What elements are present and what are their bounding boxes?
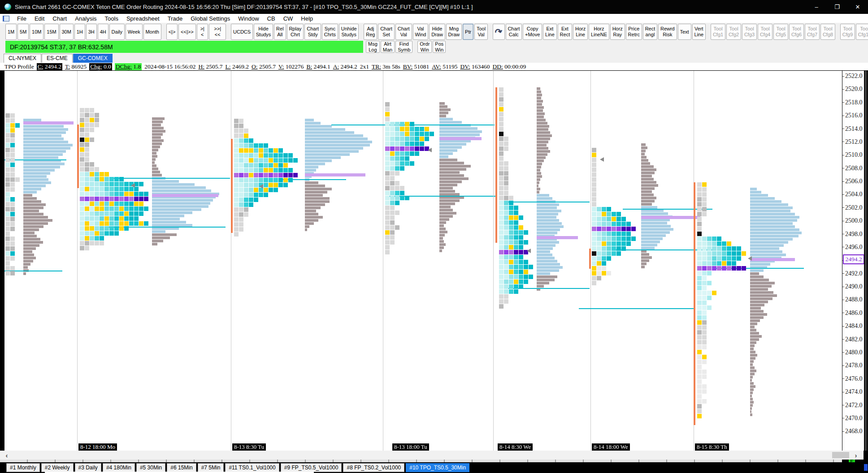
toolbar-button-tool-val[interactable]: Tool Val bbox=[474, 24, 488, 40]
toolbar-button-5m[interactable]: 5M bbox=[17, 24, 29, 40]
toolbar-button-horz-line[interactable]: Horz Line bbox=[573, 24, 588, 40]
toolbar-button-horz-ray[interactable]: Horz Ray bbox=[610, 24, 625, 40]
toolbar-button-rel-all[interactable]: Rel All bbox=[274, 24, 286, 40]
toolbar-button-ucdcs[interactable]: UCDCS bbox=[231, 24, 253, 40]
menu-global-settings[interactable]: Global Settings bbox=[187, 15, 234, 22]
menu-chart[interactable]: Chart bbox=[48, 15, 71, 22]
chart-window-icon[interactable] bbox=[3, 16, 9, 22]
toolbar-button-30m[interactable]: 30M bbox=[60, 24, 74, 40]
toolbar-button-10m[interactable]: 10M bbox=[30, 24, 43, 40]
chart-tab-2-weekly[interactable]: #2 Weekly bbox=[41, 463, 74, 472]
chart-tab-8-fp-ts0-2-vol1000[interactable]: #8 FP_TS0.2_Vol1000 bbox=[343, 463, 404, 472]
menu-tools[interactable]: Tools bbox=[101, 15, 122, 22]
toolbar-button-1m[interactable]: 1M bbox=[5, 24, 17, 40]
toolbar-button-tool-cfg8[interactable]: Tool Cfg8 bbox=[820, 24, 835, 40]
toolbar-button-[interactable]: >>|<< bbox=[209, 24, 226, 40]
vertical-scrollbar[interactable] bbox=[864, 71, 868, 451]
toolbar-button-ptr[interactable]: Ptr bbox=[463, 24, 473, 40]
symbol-tab-cl-nymex[interactable]: CL-NYMEX bbox=[4, 54, 41, 63]
toolbar-button-tool-cfg1[interactable]: Tool Cfg1 bbox=[711, 24, 725, 40]
toolbar-button-tool-cfg7[interactable]: Tool Cfg7 bbox=[805, 24, 820, 40]
toolbar-button-week[interactable]: Week bbox=[126, 24, 143, 40]
toolbar-button-tool-cfg3[interactable]: Tool Cfg3 bbox=[742, 24, 757, 40]
toolbar-button-val-wind[interactable]: Val Wind bbox=[413, 24, 429, 40]
toolbar-button-1h[interactable]: 1H bbox=[74, 24, 85, 40]
toolbar-button-msg-log[interactable]: Msg Log bbox=[366, 41, 380, 53]
menu-cw[interactable]: CW bbox=[279, 15, 297, 22]
toolbar-button-undo[interactable]: ↶ bbox=[493, 24, 505, 40]
toolbar-button-tool-cfg5[interactable]: Tool Cfg5 bbox=[773, 24, 788, 40]
toolbar-button-[interactable]: >|< bbox=[197, 24, 208, 40]
info-segment: 2024-08-15 16:56:02 bbox=[144, 63, 195, 70]
info-segment-a: A: 2494.2 bbox=[333, 63, 357, 70]
menu-trade[interactable]: Trade bbox=[164, 15, 187, 22]
minimize-button[interactable]: – bbox=[806, 0, 827, 14]
menu-help[interactable]: Help bbox=[297, 15, 317, 22]
toolbar-button-daily[interactable]: Daily bbox=[109, 24, 125, 40]
toolbar-button-sync-chrts[interactable]: Sync Chrts bbox=[322, 24, 338, 40]
maximize-button[interactable]: ❐ bbox=[827, 0, 847, 14]
toolbar-button-hide-draw[interactable]: Hide Draw bbox=[429, 24, 445, 40]
menu-spreadsheet[interactable]: Spreadsheet bbox=[122, 15, 164, 22]
chart-tab-9-fp-ts0-5-vol1000[interactable]: #9 FP_TS0.5_Vol1000 bbox=[281, 463, 342, 472]
toolbar-button-[interactable]: <<|>> bbox=[178, 24, 195, 40]
symbol-tab-gc-comex[interactable]: GC-COMEX bbox=[73, 54, 113, 63]
toolbar-button-alrt-man[interactable]: Alrt Man bbox=[381, 41, 395, 53]
toolbar-button-unhide-studys[interactable]: Unhide Studys bbox=[339, 24, 359, 40]
toolbar-button-chart-calc[interactable]: Chart Calc bbox=[506, 24, 522, 40]
chart-tab-7-5min[interactable]: #7 5Min bbox=[198, 463, 224, 472]
menu-cb[interactable]: CB bbox=[263, 15, 279, 22]
toolbar-button-tool-cfg6[interactable]: Tool Cfg6 bbox=[789, 24, 804, 40]
toolbar-button-rewrd-risk[interactable]: Rewrd Risk bbox=[658, 24, 677, 40]
session-date-label: 8-14 8:30 We bbox=[498, 443, 533, 451]
menu-analysis[interactable]: Analysis bbox=[71, 15, 100, 22]
toolbar-button-adj-reg[interactable]: Adj Reg bbox=[364, 24, 377, 40]
toolbar-button-price-retrc[interactable]: Price Retrc bbox=[626, 24, 642, 40]
toolbar-button-text[interactable]: Text bbox=[678, 24, 691, 40]
toolbar-button-find-symb[interactable]: Find Symb bbox=[395, 41, 412, 53]
tpo-chart-canvas[interactable] bbox=[4, 71, 842, 451]
toolbar-button-month[interactable]: Month bbox=[143, 24, 161, 40]
toolbar-button-copy-move[interactable]: Copy +Move bbox=[523, 24, 542, 40]
toolbar-button-vert-line[interactable]: Vert Line bbox=[692, 24, 706, 40]
menu-window[interactable]: Window bbox=[234, 15, 263, 22]
toolbar-button-ordr-win[interactable]: Ordr Win bbox=[417, 41, 432, 53]
close-button[interactable]: ✕ bbox=[847, 0, 868, 14]
menu-file[interactable]: File bbox=[13, 15, 30, 22]
menu-edit[interactable]: Edit bbox=[30, 15, 48, 22]
chart-tab-4-180min[interactable]: #4 180Min bbox=[103, 463, 135, 472]
toolbar-button-tool-cfg4[interactable]: Tool Cfg4 bbox=[758, 24, 773, 40]
chart-tab-6-15min[interactable]: #6 15Min bbox=[167, 463, 196, 472]
toolbar-button-tool-cfg2[interactable]: Tool Cfg2 bbox=[726, 24, 741, 40]
info-label: DV: bbox=[460, 63, 470, 70]
chart-tab-10-tpo-ts0-5-30min[interactable]: #10 TPO_TS0.5_30Min bbox=[406, 463, 469, 472]
toolbar-button-15m[interactable]: 15M bbox=[44, 24, 58, 40]
toolbar-button-pos-win[interactable]: Pos Win bbox=[433, 41, 446, 53]
toolbar-button-3h[interactable]: 3H bbox=[86, 24, 97, 40]
chart-tab-11-ts0-1-vol1000[interactable]: #11 TS0.1_Vol1000 bbox=[225, 463, 279, 472]
toolbar-button-ext-rect[interactable]: Ext Rect bbox=[558, 24, 572, 40]
chart-tab-5-30min[interactable]: #5 30Min bbox=[136, 463, 165, 472]
toolbar-button-mng-draw[interactable]: Mng Draw bbox=[446, 24, 462, 40]
toolbar-button-rplay-chrt[interactable]: Rplay Chrt bbox=[287, 24, 304, 40]
symbol-tab-es-cme[interactable]: ES-CME bbox=[42, 54, 73, 63]
scrollbar-thumb[interactable] bbox=[832, 452, 849, 458]
price-axis[interactable]: 2522.02520.02518.02516.02514.02512.02510… bbox=[842, 71, 864, 451]
toolbar-button-ext-line[interactable]: Ext Line bbox=[543, 24, 557, 40]
scroll-left-icon[interactable]: ‹ bbox=[3, 451, 11, 459]
chart-tab-1-monthly[interactable]: #1 Monthly bbox=[6, 463, 40, 472]
toolbar-button-chart-stdy[interactable]: Chart Stdy bbox=[304, 24, 321, 40]
chart-plot-area[interactable]: 8-12 18:00 Mo8-13 8:30 Tu8-13 18:00 Tu8-… bbox=[4, 71, 842, 451]
scroll-right-icon[interactable]: › bbox=[852, 451, 860, 459]
toolbar-button-chart-val[interactable]: Chart Val bbox=[395, 24, 412, 40]
chart-tab-3-daily[interactable]: #3 Daily bbox=[75, 463, 101, 472]
toolbar-button-chart-set[interactable]: Chart Set bbox=[378, 24, 395, 40]
toolbar-button-tool-cfg9[interactable]: Tool Cfg9 bbox=[840, 24, 855, 40]
toolbar-button-tool-cfg10[interactable]: Tool Cfg10 bbox=[856, 24, 868, 40]
info-segment-chg: Chg: 0.0 bbox=[89, 63, 112, 70]
toolbar-button-horz-linene[interactable]: Horz LineNE bbox=[589, 24, 609, 40]
toolbar-button-[interactable]: <|> bbox=[166, 24, 178, 40]
toolbar-button-4h[interactable]: 4H bbox=[98, 24, 108, 40]
toolbar-button-hide-studys[interactable]: Hide Studys bbox=[254, 24, 273, 40]
toolbar-button-rect-angl[interactable]: Rect angl bbox=[643, 24, 657, 40]
